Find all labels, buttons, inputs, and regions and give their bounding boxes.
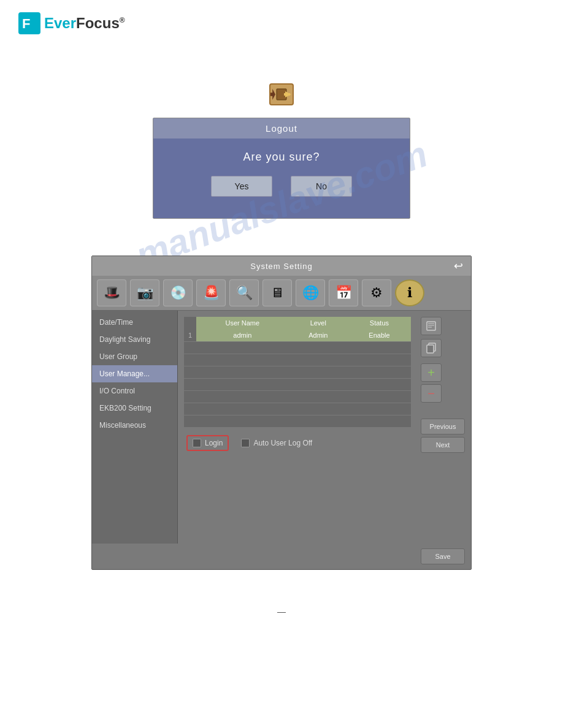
page-footer: — — [0, 607, 563, 616]
login-label: Login — [205, 439, 223, 447]
settings-icon[interactable]: ⚙ — [362, 279, 391, 306]
svg-rect-4 — [284, 93, 290, 96]
table-header-username: User Name — [196, 317, 289, 329]
row-level: Admin — [289, 329, 348, 342]
user-table: User Name Level Status 1 admin Admin — [184, 317, 411, 428]
right-content-inner: User Name Level Status 1 admin Admin — [184, 317, 465, 453]
right-content: User Name Level Status 1 admin Admin — [178, 311, 471, 544]
alarm-icon[interactable]: 🚨 — [196, 279, 226, 306]
svg-rect-5 — [427, 322, 435, 330]
hdd-icon[interactable]: 🔍 — [229, 279, 259, 306]
info-icon[interactable]: ℹ — [395, 279, 424, 306]
wizard-icon[interactable]: 🎩 — [97, 279, 126, 306]
sidebar-item-iocontrol[interactable]: I/O Control — [92, 382, 177, 400]
logo-text: EverFocus® — [44, 15, 125, 32]
dvd-icon[interactable]: 💿 — [163, 279, 193, 306]
save-button[interactable]: Save — [421, 548, 465, 564]
table-row[interactable] — [184, 342, 411, 354]
svg-rect-10 — [427, 345, 434, 353]
copy-button[interactable] — [421, 339, 442, 357]
system-panel-wrapper: System Setting ↩ 🎩 📷 💿 🚨 🔍 🖥 🌐 📅 ⚙ ℹ Dat… — [0, 256, 563, 570]
previous-button[interactable]: Previous — [421, 419, 465, 434]
add-remove-group: + − — [421, 363, 465, 403]
back-button[interactable]: ↩ — [451, 259, 465, 273]
system-panel-title: System Setting — [112, 262, 451, 271]
logout-arrow-icon — [275, 86, 293, 102]
sidebar-item-usergroup[interactable]: User Group — [92, 348, 177, 365]
table-row[interactable] — [184, 415, 411, 428]
logout-buttons: Yes No — [166, 176, 397, 197]
edit-icon — [426, 320, 437, 332]
sidebar-item-usermanage[interactable]: User Manage... — [92, 365, 177, 382]
plus-icon: + — [427, 366, 435, 379]
logout-dialog-body: Are you sure? Yes No — [153, 138, 410, 218]
login-checkbox[interactable] — [193, 439, 201, 447]
auto-logoff-label[interactable]: Auto User Log Off — [241, 439, 312, 447]
sidebar-item-datetime[interactable]: Date/Time — [92, 314, 177, 331]
user-table-col: User Name Level Status 1 admin Admin — [184, 317, 411, 453]
edit-button[interactable] — [421, 317, 442, 335]
everfocus-logo-icon: F — [18, 12, 40, 34]
minus-icon: − — [427, 387, 435, 400]
remove-user-button[interactable]: − — [421, 384, 442, 403]
sidebar-item-daylight[interactable]: Daylight Saving — [92, 331, 177, 348]
sidebar: Date/Time Daylight Saving User Group Use… — [92, 311, 178, 544]
copy-icon — [426, 343, 437, 354]
logout-icon-button[interactable] — [269, 83, 294, 105]
table-header-level: Level — [289, 317, 348, 329]
logout-question-text: Are you sure? — [166, 151, 397, 164]
table-row[interactable] — [184, 391, 411, 403]
logo: F EverFocus® — [18, 12, 545, 34]
sidebar-item-ekb200[interactable]: EKB200 Setting — [92, 400, 177, 417]
save-area: Save — [92, 544, 471, 569]
next-button[interactable]: Next — [421, 437, 465, 453]
table-row[interactable] — [184, 403, 411, 415]
svg-text:F: F — [22, 16, 30, 31]
bottom-controls: Login Auto User Log Off — [184, 433, 411, 453]
logout-dialog-title: Logout — [153, 118, 410, 138]
auto-logoff-checkbox[interactable] — [241, 439, 250, 447]
sidebar-item-misc[interactable]: Miscellaneous — [92, 417, 177, 434]
add-user-button[interactable]: + — [421, 363, 442, 382]
table-row[interactable]: 1 admin Admin Enable — [184, 329, 411, 342]
login-checkbox-wrapper: Login — [186, 435, 229, 451]
table-header-status: Status — [348, 317, 411, 329]
calendar-icon[interactable]: 📅 — [329, 279, 358, 306]
system-panel-title-bar: System Setting ↩ — [92, 256, 471, 276]
logout-dialog-wrapper: Logout Are you sure? Yes No — [0, 118, 563, 219]
table-header-num — [184, 317, 196, 329]
header: F EverFocus® — [0, 0, 563, 47]
table-row[interactable] — [184, 354, 411, 366]
row-username: admin — [196, 329, 289, 342]
right-action-buttons: + − Previous Next — [421, 317, 465, 453]
network-icon[interactable]: 🌐 — [296, 279, 325, 306]
system-panel: System Setting ↩ 🎩 📷 💿 🚨 🔍 🖥 🌐 📅 ⚙ ℹ Dat… — [91, 256, 472, 570]
main-content: Date/Time Daylight Saving User Group Use… — [92, 311, 471, 544]
table-row[interactable] — [184, 366, 411, 379]
table-row[interactable] — [184, 379, 411, 391]
logout-dialog: Logout Are you sure? Yes No — [153, 118, 410, 219]
camera-icon[interactable]: 📷 — [130, 279, 159, 306]
row-status: Enable — [348, 329, 411, 342]
logout-icon-area — [0, 83, 563, 105]
logout-yes-button[interactable]: Yes — [211, 176, 272, 197]
icon-toolbar: 🎩 📷 💿 🚨 🔍 🖥 🌐 📅 ⚙ ℹ — [92, 276, 471, 311]
row-num: 1 — [184, 329, 196, 342]
nav-buttons: Previous Next — [421, 419, 465, 453]
display-icon[interactable]: 🖥 — [262, 279, 292, 306]
logout-no-button[interactable]: No — [291, 176, 352, 197]
